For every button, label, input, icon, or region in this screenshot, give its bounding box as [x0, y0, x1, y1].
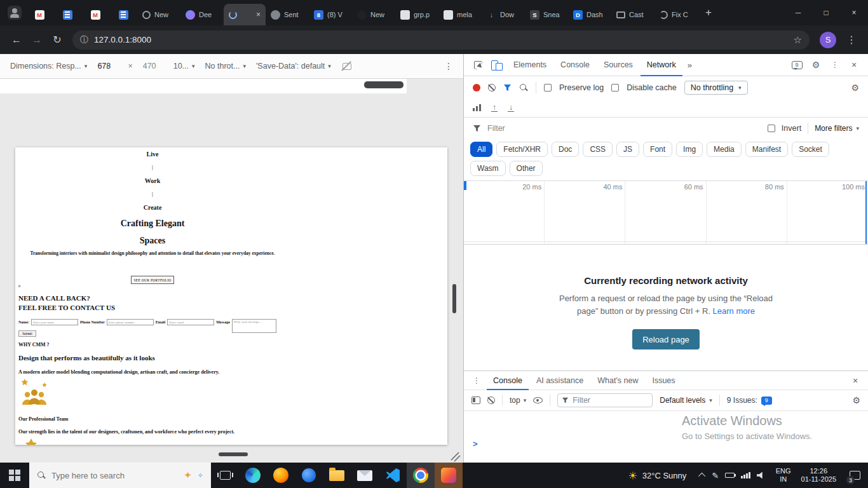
back-button[interactable]: ←	[6, 30, 27, 50]
profile-icon[interactable]	[8, 6, 22, 20]
devtools-close-icon[interactable]: ×	[845, 56, 863, 74]
drawer-tab-console[interactable]: Console	[487, 371, 529, 390]
drawer-tab-issues[interactable]: Issues	[646, 371, 681, 390]
nav-link-live[interactable]: Live	[15, 150, 290, 158]
live-expression-eye-icon[interactable]	[533, 397, 543, 403]
chip-js[interactable]: JS	[616, 142, 639, 157]
zoom-select[interactable]: 10...▾	[173, 62, 195, 71]
browser-menu-icon[interactable]: ⋮	[841, 30, 862, 50]
taskbar-app-firefox[interactable]	[267, 463, 295, 488]
clear-console-icon[interactable]	[487, 396, 495, 404]
console-filter-input[interactable]	[573, 396, 648, 405]
profile-avatar[interactable]: S	[820, 32, 836, 48]
devtools-settings-icon[interactable]: ⚙	[807, 56, 825, 74]
browser-tab[interactable]: DDash	[568, 4, 611, 25]
disable-cache-checkbox[interactable]	[611, 84, 619, 92]
tab-close-icon[interactable]: ×	[256, 10, 261, 19]
url-text[interactable]: 127.0.0.1:8000	[94, 35, 794, 44]
chip-fetch-xhr[interactable]: Fetch/XHR	[496, 142, 548, 157]
devtools-menu-icon[interactable]: ⋮	[826, 56, 844, 74]
taskbar-app-screenshot-active[interactable]	[435, 463, 463, 488]
show-hidden-icons-caret[interactable]	[698, 473, 705, 480]
taskbar-app-chrome-active[interactable]	[407, 463, 435, 488]
bookmark-star-icon[interactable]: ☆	[794, 34, 802, 46]
name-field[interactable]	[31, 319, 78, 325]
address-bar[interactable]: ⓘ 127.0.0.1:8000 ☆	[72, 30, 810, 50]
network-filter-input[interactable]	[487, 124, 761, 133]
see-portfolio-button[interactable]: SEE OUR PORTFOLIO	[131, 276, 174, 284]
more-filters-select[interactable]: More filters▾	[815, 124, 859, 133]
pinned-tab-gmail[interactable]: M	[25, 4, 53, 25]
taskbar-search[interactable]: ✦ ✧	[29, 463, 211, 488]
browser-tab[interactable]: SSnea	[525, 4, 568, 25]
drawer-menu-icon[interactable]: ⋮	[468, 372, 485, 390]
browser-tab[interactable]: Cast	[611, 4, 654, 25]
chip-other[interactable]: Other	[510, 161, 543, 176]
chip-css[interactable]: CSS	[583, 142, 613, 157]
drawer-tab-whats-new[interactable]: What's new	[591, 371, 644, 390]
minimize-button[interactable]: ─	[784, 0, 812, 25]
network-signal-icon[interactable]	[741, 472, 750, 478]
browser-tab[interactable]: ↓Dow	[482, 4, 525, 25]
taskbar-clock[interactable]: 12:2601-11-2025	[796, 463, 841, 488]
network-settings-icon[interactable]: ⚙	[851, 83, 859, 93]
throttle-select[interactable]: No throt...▾	[205, 62, 246, 71]
start-button[interactable]	[0, 463, 29, 488]
new-tab-button[interactable]: +	[705, 6, 712, 19]
maximize-button[interactable]: □	[812, 0, 840, 25]
chip-doc[interactable]: Doc	[552, 142, 579, 157]
chip-img[interactable]: Img	[676, 142, 703, 157]
drawer-tab-ai-assistance[interactable]: AI assistance	[530, 371, 590, 390]
tab-sources[interactable]: Sources	[597, 54, 639, 76]
pen-icon[interactable]: ✎	[712, 471, 719, 480]
weather-widget[interactable]: ☀32°C Sunny	[620, 463, 694, 488]
chip-media[interactable]: Media	[707, 142, 742, 157]
taskbar-app-vscode[interactable]	[379, 463, 407, 488]
chip-manifest[interactable]: Manifest	[745, 142, 788, 157]
chip-font[interactable]: Font	[643, 142, 672, 157]
phone-field[interactable]	[107, 319, 154, 325]
notification-center-button[interactable]: 3	[841, 463, 868, 488]
tab-console[interactable]: Console	[554, 54, 596, 76]
console-sidebar-icon[interactable]	[471, 396, 480, 404]
taskbar-search-input[interactable]	[51, 471, 178, 480]
reload-page-button[interactable]: ↻	[47, 30, 67, 50]
browser-tab[interactable]: New	[137, 4, 180, 25]
browser-tab[interactable]: mela	[438, 4, 482, 25]
taskbar-app-edge[interactable]	[239, 463, 267, 488]
preserve-log-checkbox[interactable]	[544, 84, 552, 92]
save-data-select[interactable]: 'Save-Data': default▾	[256, 62, 331, 71]
issues-counter-icon[interactable]: 9	[788, 56, 806, 74]
tab-elements[interactable]: Elements	[507, 54, 553, 76]
search-network-icon[interactable]	[519, 83, 528, 92]
inspect-element-icon[interactable]	[469, 56, 487, 74]
taskbar-app-mail[interactable]	[351, 463, 379, 488]
filter-toggle-icon[interactable]	[503, 84, 512, 92]
taskbar-app-explorer[interactable]	[323, 463, 351, 488]
chip-wasm[interactable]: Wasm	[470, 161, 506, 176]
rotate-viewport-icon[interactable]	[341, 61, 351, 71]
language-indicator[interactable]: ENGIN	[771, 463, 796, 488]
close-window-button[interactable]: ×	[840, 0, 868, 25]
email-field[interactable]	[167, 319, 214, 325]
console-context-select[interactable]: top▾	[510, 396, 526, 405]
browser-tab[interactable]: New	[352, 4, 395, 25]
export-har-icon[interactable]: ↓	[508, 104, 514, 112]
toggle-device-toolbar-icon[interactable]	[488, 56, 506, 74]
network-conditions-icon[interactable]	[473, 104, 481, 111]
tab-network[interactable]: Network	[641, 54, 682, 76]
battery-icon[interactable]	[725, 473, 735, 478]
taskbar-app-blue[interactable]	[295, 463, 323, 488]
console-settings-icon[interactable]: ⚙	[852, 395, 860, 405]
record-network-log-button[interactable]	[473, 84, 480, 92]
log-levels-select[interactable]: Default levels▾	[660, 396, 712, 405]
nav-link-work[interactable]: Work	[15, 177, 290, 185]
viewport-height-input[interactable]	[143, 62, 163, 71]
modal-close-icon[interactable]: ×	[18, 283, 21, 289]
pinned-tab-gmail-2[interactable]: M	[81, 4, 109, 25]
browser-tab[interactable]: Dee	[180, 4, 224, 25]
vertical-scrollbar-thumb[interactable]	[452, 284, 456, 313]
browser-tab[interactable]: 8(8) V	[309, 4, 352, 25]
viewport-resize-handle[interactable]	[449, 450, 461, 463]
browser-tab[interactable]: grp.p	[395, 4, 438, 25]
